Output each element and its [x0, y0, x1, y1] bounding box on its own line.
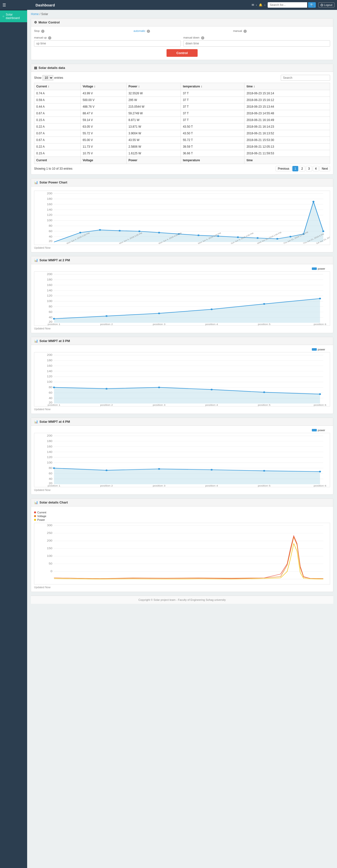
- col-time: time ↕: [244, 83, 330, 90]
- table-footer-row: Current Voltage Power temperature time: [34, 157, 330, 164]
- up-time-input[interactable]: [34, 40, 181, 47]
- svg-point-62: [53, 318, 55, 319]
- mail-icon[interactable]: ✉: [251, 3, 254, 7]
- bell-icon[interactable]: 🔔: [259, 3, 263, 7]
- svg-text:60: 60: [48, 310, 52, 314]
- svg-text:40: 40: [48, 397, 52, 400]
- svg-point-23: [158, 232, 160, 234]
- table-row: 0.59 A500.00 V295 W37 T2018-06-23 15:16:…: [34, 97, 330, 103]
- search-button[interactable]: 🔍: [308, 2, 316, 8]
- svg-text:60: 60: [48, 391, 52, 394]
- mmpt-4pm-legend-power: power: [312, 429, 325, 432]
- topbar-search: 🔍: [268, 2, 316, 8]
- svg-text:200: 200: [47, 434, 52, 437]
- svg-text:position 2: position 2: [100, 403, 113, 406]
- mmpt-2pm-legend: power: [34, 267, 330, 270]
- stop-info-icon[interactable]: i: [41, 30, 44, 33]
- svg-text:200: 200: [47, 273, 52, 276]
- control-button-wrap: Control: [34, 49, 330, 57]
- mmpt-4pm-updated: Updated Now: [34, 489, 330, 491]
- mmpt-4pm-legend: power: [34, 429, 330, 432]
- entries-select[interactable]: 10 25 50: [42, 75, 53, 81]
- page-3[interactable]: 3: [306, 166, 312, 172]
- manual-down-info-icon[interactable]: i: [201, 36, 204, 39]
- showing-text: Showing 1 to 10 of 33 entries: [34, 167, 72, 170]
- svg-text:position 6: position 6: [313, 484, 326, 487]
- power-chart-container: 200 180 160 140 120 100 80 60 40 20: [34, 191, 330, 245]
- solar-details-card: ▤ Solar details data Show 10 25 50 entri…: [31, 64, 333, 175]
- pagination: Previous 1 2 3 4 Next: [276, 166, 330, 172]
- solar-details-body: Show 10 25 50 entries Current ↕ Volt: [31, 72, 333, 174]
- svg-text:180: 180: [47, 197, 52, 200]
- power-chart-card: 📊 Solar Power Chart 200 18: [31, 178, 333, 252]
- table-search-input[interactable]: [281, 75, 330, 81]
- svg-point-65: [211, 308, 213, 310]
- svg-text:position 6: position 6: [313, 323, 326, 326]
- logout-button[interactable]: ⏻ Logout: [318, 2, 335, 7]
- col-current: Current ↕: [34, 83, 81, 90]
- power-chart-svg: 200 180 160 140 120 100 80 60 40 20: [34, 191, 330, 245]
- manual-label: manual i: [233, 29, 330, 33]
- mmpt-3pm-header: 📊 Solar MMPT at 3 PM: [31, 337, 333, 345]
- stop-label: Stop i: [34, 29, 131, 33]
- manual-info-icon[interactable]: i: [243, 30, 247, 33]
- chevron-right-icon2: ›: [265, 4, 265, 6]
- svg-text:200: 200: [47, 539, 53, 542]
- col-voltage-foot: Voltage: [81, 157, 127, 164]
- svg-text:position 3: position 3: [153, 484, 165, 487]
- breadcrumb-current: Solar: [41, 12, 48, 16]
- topbar-title: Dashboard: [36, 3, 55, 7]
- legend-power: Power: [34, 518, 330, 521]
- stop-field: Stop i: [34, 29, 131, 34]
- svg-text:position 1: position 1: [47, 484, 60, 487]
- mmpt-2pm-body: power 200 180 160 140: [31, 264, 333, 333]
- topbar: ☰ Dashboard ✉ › 🔔 › 🔍 ⏻ Logout: [0, 0, 337, 10]
- table-footer: Showing 1 to 10 of 33 entries Previous 1…: [34, 166, 330, 172]
- sidebar-item-solar-dashboard[interactable]: ○ Solar dashboard: [0, 10, 27, 22]
- mmpt-2pm-svg: 200 180 160 140 120 100 80 60 40 20: [34, 272, 330, 326]
- page-4[interactable]: 4: [313, 166, 319, 172]
- svg-text:150: 150: [47, 547, 53, 550]
- svg-point-97: [263, 392, 265, 393]
- breadcrumb-home[interactable]: Home: [31, 12, 39, 16]
- page-1[interactable]: 1: [292, 166, 299, 172]
- mmpt-3pm-legend: power: [34, 348, 330, 351]
- svg-point-128: [263, 470, 265, 472]
- svg-point-93: [53, 386, 55, 388]
- svg-text:60: 60: [48, 472, 52, 475]
- table-icon: ▤: [34, 66, 37, 70]
- svg-text:position 3: position 3: [153, 403, 165, 406]
- manual-up-info-icon[interactable]: i: [48, 36, 51, 39]
- power-chart-header: 📊 Solar Power Chart: [31, 179, 333, 186]
- svg-text:100: 100: [47, 300, 52, 303]
- power-chart-updated: Updated Now: [34, 246, 330, 249]
- svg-point-22: [138, 230, 140, 232]
- page-next[interactable]: Next: [319, 166, 330, 172]
- automatic-info-icon[interactable]: i: [147, 30, 150, 33]
- motor-control-card: ⚙ Motor Control Stop i automatic i: [31, 18, 333, 60]
- sun-icon: ○: [2, 14, 4, 18]
- svg-text:40: 40: [48, 235, 52, 238]
- mmpt-4pm-body: power 200 180 160 140: [31, 426, 333, 494]
- menu-icon[interactable]: ☰: [2, 3, 6, 7]
- page-previous[interactable]: Previous: [276, 166, 292, 172]
- search-input[interactable]: [268, 2, 307, 8]
- svg-text:200: 200: [47, 192, 52, 195]
- manual-up-field: manual up i: [34, 36, 181, 47]
- motor-input-row: manual up i manual down i: [34, 36, 330, 47]
- control-button[interactable]: Control: [167, 49, 198, 57]
- motor-top-row: Stop i automatic i manual i: [34, 29, 330, 34]
- svg-point-27: [237, 236, 239, 238]
- down-time-input[interactable]: [183, 40, 330, 47]
- table-row: 0.44 A488.76 V215.0544 W37 T2018-06-23 1…: [34, 103, 330, 110]
- svg-text:80: 80: [48, 466, 52, 470]
- svg-text:140: 140: [47, 208, 52, 211]
- col-power-foot: Power: [126, 157, 181, 164]
- col-time-foot: time: [244, 157, 330, 164]
- solar-details-chart-body: Current Voltage Power: [31, 506, 333, 592]
- col-temperature-foot: temperature: [181, 157, 244, 164]
- motor-control-header: ⚙ Motor Control: [31, 19, 333, 26]
- page-2[interactable]: 2: [299, 166, 305, 172]
- svg-point-28: [257, 237, 259, 239]
- solar-details-header: ▤ Solar details data: [31, 64, 333, 72]
